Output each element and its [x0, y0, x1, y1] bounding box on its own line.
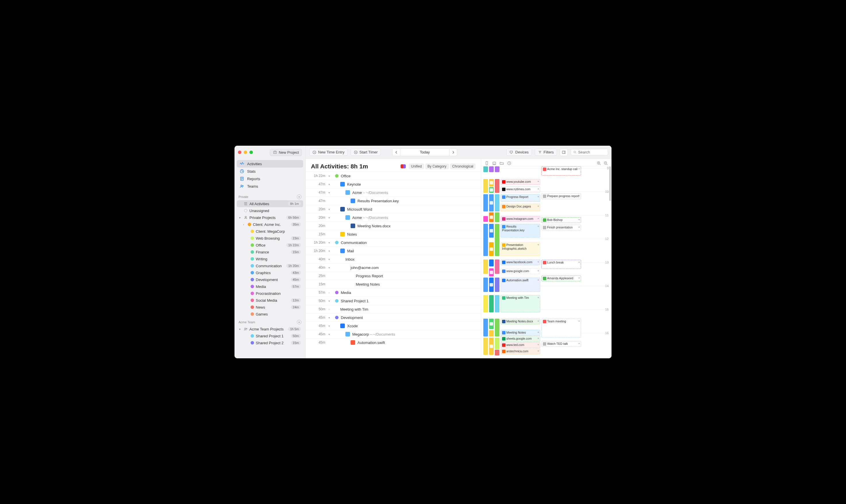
activity-row[interactable]: 15mNotes — [306, 230, 481, 238]
timeline-strip-block[interactable] — [483, 295, 488, 312]
add-icon[interactable]: + — [578, 218, 580, 221]
timeline-strip-block[interactable] — [483, 166, 488, 172]
timeline-doc-block[interactable]: Presentation Infographic.sketch+ — [501, 242, 540, 256]
prev-day-button[interactable] — [392, 148, 400, 156]
timeline-strip-block[interactable] — [489, 259, 494, 266]
sidebar-item-all-activities[interactable]: All Activities 8h 1m — [237, 200, 303, 207]
close-icon[interactable] — [238, 150, 241, 154]
activity-row[interactable]: 47m▾Keynote — [306, 180, 481, 188]
timeline-doc-block[interactable]: Meeting with Tim+ — [501, 295, 540, 312]
timeline-strip-block[interactable] — [495, 259, 500, 274]
sidebar-item-social-media[interactable]: Social Media12m — [237, 297, 303, 304]
scrollbar[interactable] — [609, 166, 611, 201]
timeline-event-block[interactable]: Bob Bishop+ — [541, 217, 581, 223]
zoom-out-icon[interactable] — [604, 161, 608, 165]
timeline-doc-block[interactable]: www.ted.com+ — [501, 342, 540, 348]
timeline-strip-block[interactable] — [495, 179, 500, 193]
add-icon[interactable]: + — [537, 180, 539, 183]
sidebar-item-office[interactable]: Office1h 22m — [237, 242, 303, 249]
sidebar-item-procrastination[interactable]: Procrastination — [237, 290, 303, 297]
timeline-doc-block[interactable]: arstechnica.com+ — [501, 348, 540, 354]
add-icon[interactable]: + — [537, 320, 539, 323]
zoom-in-icon[interactable] — [597, 161, 601, 165]
timeline-strip-block[interactable] — [489, 338, 494, 355]
nav-teams[interactable]: Teams — [237, 182, 303, 190]
add-icon[interactable]: + — [537, 260, 539, 264]
nav-stats[interactable]: Stats — [237, 167, 303, 175]
timeline-strip-block[interactable] — [483, 216, 488, 222]
next-day-button[interactable] — [449, 148, 457, 156]
timeline-strip-block[interactable] — [495, 277, 500, 292]
timeline-strip-block[interactable] — [489, 319, 494, 329]
timeline-strip-block[interactable] — [495, 319, 500, 337]
timeline-strip-block[interactable] — [489, 194, 494, 212]
sidebar-item-shared-1[interactable]: Shared Project 150m — [237, 332, 303, 339]
add-icon[interactable]: + — [537, 225, 539, 228]
filters-button[interactable]: Filters — [535, 148, 557, 156]
sidebar-item-media[interactable]: Media57m — [237, 283, 303, 290]
sidebar-item-development[interactable]: Development45m — [237, 276, 303, 283]
new-time-entry-button[interactable]: New Time Entry — [309, 148, 348, 156]
sidebar-item-news[interactable]: News24m — [237, 304, 303, 311]
folder-icon[interactable] — [500, 161, 504, 165]
add-icon[interactable]: + — [537, 278, 539, 282]
timeline-doc-block[interactable]: sheets.google.com+ — [501, 336, 540, 342]
add-icon[interactable]: + — [537, 243, 539, 247]
timeline-strip-block[interactable] — [483, 319, 488, 337]
activity-row[interactable]: 1h 20m▾Communication — [306, 238, 481, 247]
maximize-icon[interactable] — [249, 150, 253, 154]
activity-row[interactable]: 47mResults Presentation.key — [306, 197, 481, 205]
timeline-strip-block[interactable] — [495, 194, 500, 212]
add-icon[interactable]: + — [578, 194, 580, 198]
add-icon[interactable]: + — [578, 320, 580, 323]
activity-row[interactable]: 47m▾Acme – ~/Documents — [306, 188, 481, 197]
add-icon[interactable]: + — [537, 337, 539, 340]
timeline-strip-block[interactable] — [495, 350, 500, 356]
phone-icon[interactable] — [485, 161, 489, 165]
activity-row[interactable]: 1h 20m▾Mail — [306, 247, 481, 255]
search-field[interactable] — [571, 149, 608, 156]
timeline-strip-block[interactable] — [489, 268, 494, 276]
timeline-strip-block[interactable] — [489, 224, 494, 238]
add-icon[interactable]: + — [537, 217, 539, 220]
add-icon[interactable]: + — [537, 349, 539, 353]
add-icon[interactable]: + — [537, 343, 539, 346]
activity-row[interactable]: 45mAutomation.swift — [306, 338, 481, 346]
timeline-event-block[interactable]: Watch TED talk+ — [541, 341, 581, 347]
add-icon[interactable]: + — [537, 269, 539, 273]
add-icon[interactable]: + — [578, 226, 580, 229]
add-icon[interactable]: + — [578, 260, 580, 264]
activity-row[interactable]: 40m▾Inbox — [306, 255, 481, 263]
timeline-strip-block[interactable] — [495, 224, 500, 256]
timeline-doc-block[interactable]: www.google.com+ — [501, 268, 540, 274]
nav-activities[interactable]: Activities — [237, 160, 303, 167]
layout-button[interactable] — [560, 148, 568, 156]
search-input[interactable] — [578, 150, 606, 154]
activities-list[interactable]: 1h 22m▾Office47m▾Keynote47m▾Acme – ~/Doc… — [306, 172, 481, 358]
sidebar-item-communication[interactable]: Communication1h 20m — [237, 262, 303, 269]
add-team-button[interactable]: + — [297, 320, 302, 324]
timeline-strip-block[interactable] — [489, 166, 494, 172]
timeline-doc-block[interactable]: Design Doc.pages+ — [501, 204, 540, 211]
sidebar-item-finance[interactable]: Finance15m — [237, 249, 303, 255]
timeline-strip-block[interactable] — [489, 179, 494, 186]
timeline-event-block[interactable]: Finish presentation+ — [541, 225, 581, 231]
sidebar-item-client-megacorp[interactable]: Client: MegaCorp — [237, 228, 303, 235]
activity-row[interactable]: 25mProgress Report — [306, 272, 481, 280]
activity-row[interactable]: 1h 22m▾Office — [306, 172, 481, 180]
timeline-doc-block[interactable]: www.facebook.com+ — [501, 259, 540, 265]
add-icon[interactable]: + — [578, 342, 580, 345]
timeline-event-block[interactable]: Team meeting+ — [541, 319, 581, 338]
timeline-strip-block[interactable] — [489, 295, 494, 312]
add-icon[interactable]: + — [537, 187, 539, 191]
tab-chronological[interactable]: Chronological — [450, 163, 475, 169]
sidebar-item-private-projects[interactable]: ▾ Private Projects 6h 56m — [237, 214, 303, 221]
tab-by-category[interactable]: By Category — [425, 163, 449, 169]
timeline-event-block[interactable]: Lunch break+ — [541, 260, 581, 269]
add-private-button[interactable]: + — [297, 195, 302, 199]
timeline-strip-block[interactable] — [495, 295, 500, 312]
current-date[interactable]: Today — [400, 148, 449, 156]
start-timer-button[interactable]: Start Timer — [350, 148, 381, 156]
activity-row[interactable]: 45m▾Megacorp – ~/Documents — [306, 330, 481, 338]
timeline-strip-block[interactable] — [489, 212, 494, 222]
